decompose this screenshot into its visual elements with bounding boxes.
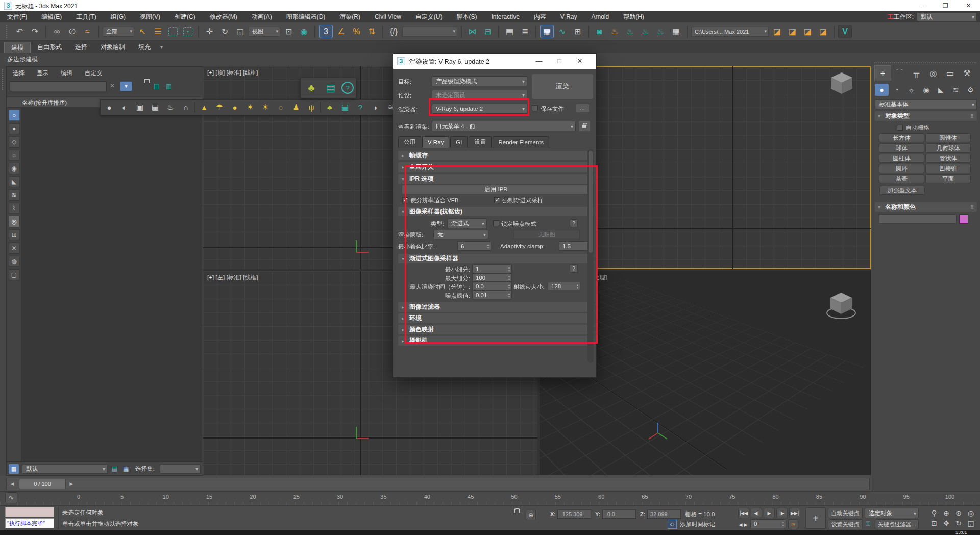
pan-icon[interactable]: ✥: [940, 518, 952, 528]
scene-explorer-search-input[interactable]: [10, 81, 107, 91]
toolbar-icon[interactable]: [198, 26, 199, 38]
filter-containers-icon[interactable]: ▢: [9, 269, 20, 280]
scene-explorer-menu-item[interactable]: 编辑: [55, 69, 79, 77]
min-shading-field[interactable]: 6: [457, 241, 491, 251]
dialog-scrollbar[interactable]: [587, 149, 594, 363]
ribbon-tab-selection[interactable]: 选择: [68, 42, 94, 53]
explorer-layout-icon[interactable]: ▦: [9, 464, 19, 474]
dialog-tab-gi[interactable]: GI: [450, 136, 468, 148]
max-render-time-field[interactable]: 0.0: [472, 282, 512, 290]
y-coordinate-field[interactable]: -0.0: [602, 509, 636, 519]
filter-visibility-icon[interactable]: ◎: [9, 216, 20, 227]
zoom-icon[interactable]: ⚲: [928, 508, 940, 518]
project-folder-dropdown[interactable]: C:\Users\... Max 2021: [691, 27, 769, 37]
name-color-rollout[interactable]: 名称和颜色: [875, 202, 977, 212]
absolute-mode-icon[interactable]: ⊕: [526, 510, 536, 520]
use-pivot-center-icon[interactable]: ⊡: [282, 25, 296, 38]
menu-item[interactable]: 渲染(R): [332, 11, 368, 22]
key-filters-button[interactable]: 关键点过滤器...: [875, 519, 919, 529]
vray-dome-icon[interactable]: ∩: [179, 101, 192, 114]
schematic-view-icon[interactable]: ⊞: [571, 25, 584, 38]
menu-item[interactable]: 图形编辑器(D): [279, 11, 333, 22]
asset-library-icon[interactable]: ▦: [669, 25, 683, 38]
cat-spacewarps-icon[interactable]: ≋: [949, 84, 963, 96]
bind-spacewarp-icon[interactable]: ≈: [81, 25, 94, 38]
target-dropdown[interactable]: 产品级渲染模式: [432, 76, 527, 86]
noise-threshold-field[interactable]: 0.01: [472, 290, 512, 299]
menu-item[interactable]: 修改器(M): [203, 11, 244, 22]
x-coordinate-field[interactable]: -125.309: [557, 509, 591, 519]
renderer-dropdown[interactable]: V-Ray 6, update 2: [432, 104, 527, 114]
ribbon-panel-polygon-modeling[interactable]: 多边形建模: [7, 55, 38, 64]
search-filter-icon[interactable]: ▼: [120, 81, 132, 91]
ribbon-tab-populate[interactable]: 填充: [132, 42, 157, 53]
chaos-vray-icon[interactable]: V: [838, 25, 852, 38]
primitive-geosphere-button[interactable]: 几何球体: [925, 143, 971, 153]
ribbon-tab-modeling[interactable]: 建模: [4, 42, 31, 53]
panel-grip[interactable]: [874, 62, 976, 64]
cat-systems-icon[interactable]: ⚙: [964, 84, 977, 96]
filter-spacewarps-icon[interactable]: ≋: [9, 189, 20, 201]
import-scene-icon[interactable]: ◪: [770, 25, 784, 38]
select-object-icon[interactable]: ↖: [136, 25, 150, 38]
maximize-viewport-icon[interactable]: ◱: [965, 518, 977, 528]
explorer-footer-list-icon[interactable]: ▤: [112, 465, 117, 472]
unlink-icon[interactable]: ∅: [65, 25, 79, 38]
ribbon-tab-freeform[interactable]: 自由形式: [31, 42, 68, 53]
object-type-rollout[interactable]: 对象类型: [875, 111, 977, 121]
ribbon-tab-object-paint[interactable]: 对象绘制: [94, 42, 132, 53]
cat-shapes-icon[interactable]: ◔: [890, 84, 903, 96]
ipr-options-rollout[interactable]: IPR 选项: [398, 174, 594, 184]
spinner-snap-icon[interactable]: ⇅: [365, 25, 379, 38]
scene-explorer-menu-item[interactable]: 选择: [7, 69, 31, 77]
ribbon-toggle-icon[interactable]: ▦: [540, 25, 554, 38]
filter-materials-icon[interactable]: ◍: [9, 256, 20, 267]
explorer-footer-grid-icon[interactable]: ▦: [123, 465, 129, 472]
select-place-icon[interactable]: ◉: [297, 25, 311, 38]
vray-tree-icon[interactable]: ♣: [303, 79, 320, 96]
play-icon[interactable]: ▶: [764, 508, 775, 518]
curve-editor-icon[interactable]: ∿: [555, 25, 569, 38]
zoom-region-icon[interactable]: ⊡: [928, 518, 940, 528]
toolbar-icon[interactable]: [461, 26, 462, 38]
save-file-checkbox[interactable]: [532, 105, 538, 111]
vray-sun-icon[interactable]: ☀: [259, 101, 272, 114]
tab-display[interactable]: ▭: [942, 65, 959, 81]
set-keys-button[interactable]: +: [805, 507, 826, 529]
toolbar-icon[interactable]: [382, 26, 383, 38]
render-production-icon[interactable]: ♨: [639, 25, 652, 38]
current-frame-field[interactable]: 0: [750, 519, 786, 528]
primitive-box-button[interactable]: 长方体: [879, 133, 924, 142]
snap-toggle-icon[interactable]: 3: [319, 25, 333, 38]
toolbar-icon[interactable]: [98, 26, 99, 38]
lock-noise-checkbox[interactable]: [493, 220, 499, 226]
tab-utilities[interactable]: ⚒: [959, 65, 975, 81]
layer-manager-icon[interactable]: ≣: [518, 25, 532, 38]
go-to-end-icon[interactable]: ▶▶|: [789, 508, 800, 518]
window-maximize-button[interactable]: ❐: [934, 0, 957, 11]
viewcube[interactable]: [828, 70, 855, 96]
filter-bones-icon[interactable]: ⌇: [9, 203, 20, 214]
vray-notes-icon[interactable]: ▤: [322, 79, 339, 96]
environment-rollout[interactable]: 环境: [398, 313, 594, 323]
render-button[interactable]: 渲染: [532, 74, 593, 99]
selected-objects-dropdown[interactable]: 选定对象: [865, 508, 919, 518]
menu-item[interactable]: 视图(V): [133, 11, 167, 22]
filter-geometry-icon[interactable]: ●: [9, 123, 20, 134]
explorer-expand-tree-icon[interactable]: ▤: [152, 81, 162, 91]
dialog-titlebar[interactable]: 3 渲染设置: V-Ray 6, update 2 — □ ✕: [393, 54, 596, 69]
dialog-tab-vray[interactable]: V-Ray: [422, 136, 449, 148]
toolbar-icon[interactable]: [45, 26, 46, 38]
primitive-category-dropdown[interactable]: 标准基本体: [875, 99, 977, 109]
menu-item[interactable]: 工具(T): [69, 11, 103, 22]
primitive-cone-button[interactable]: 圆锥体: [925, 133, 971, 142]
dialog-tab-common[interactable]: 公用: [398, 136, 421, 148]
time-slider-handle[interactable]: 0 / 100: [19, 479, 66, 489]
image-filter-rollout[interactable]: 图像过滤器: [398, 302, 594, 312]
edit-named-selections-icon[interactable]: {/}: [387, 25, 401, 38]
time-slider[interactable]: ◀ 0 / 100 ▶: [6, 478, 870, 490]
vray-proxy-icon[interactable]: ♟: [289, 101, 303, 114]
color-swatch[interactable]: [959, 214, 968, 224]
object-name-input[interactable]: [879, 214, 957, 224]
toolbar-icon[interactable]: [535, 26, 536, 38]
